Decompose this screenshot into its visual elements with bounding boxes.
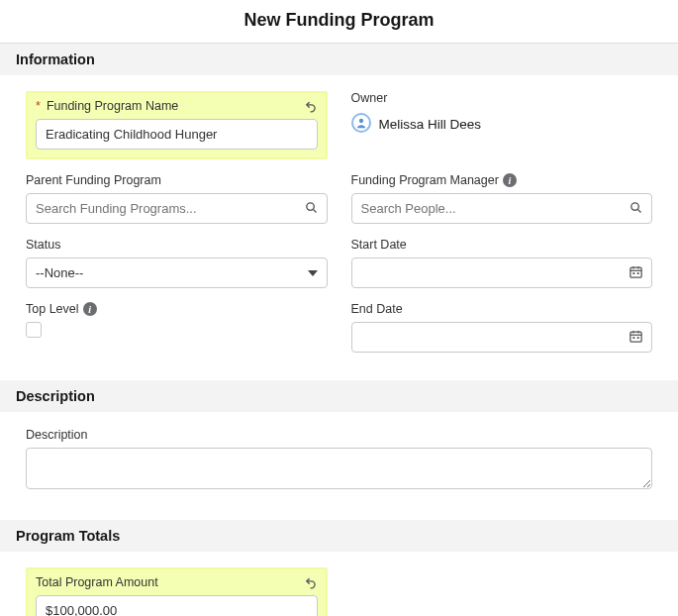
description-label: Description [26,428,652,442]
status-value: --None-- [36,265,83,280]
info-icon[interactable]: i [83,302,97,316]
owner-value: Melissa Hill Dees [379,115,482,132]
status-select[interactable]: --None-- [26,257,328,288]
funding-program-manager-input[interactable] [351,193,653,224]
svg-point-1 [358,119,362,123]
section-heading-information: Information [0,44,678,75]
total-program-amount-field-highlight: Total Program Amount [26,567,328,616]
info-icon[interactable]: i [503,173,517,187]
start-date-input[interactable] [351,257,653,288]
section-heading-description: Description [0,380,678,412]
parent-funding-program-input[interactable] [26,193,328,224]
section-heading-program-totals: Program Totals [0,520,678,552]
description-textarea[interactable] [26,448,652,489]
page-title: New Funding Program [0,0,678,43]
owner-label: Owner [351,91,653,105]
end-date-label: End Date [351,302,653,316]
owner-value-row: Melissa Hill Dees [351,111,653,133]
funding-program-manager-label: Funding Program Manager [351,173,499,187]
chevron-down-icon [308,270,318,276]
total-program-amount-label: Total Program Amount [36,575,318,589]
parent-funding-program-label: Parent Funding Program [26,173,328,187]
status-label: Status [26,238,328,252]
total-program-amount-input[interactable] [36,595,318,616]
top-level-label: Top Level [26,302,79,316]
avatar-icon [351,113,371,133]
funding-program-name-input[interactable] [36,119,318,150]
funding-program-name-label: Funding Program Name [47,99,178,113]
funding-program-name-field-highlight: *Funding Program Name [26,91,328,159]
start-date-label: Start Date [351,238,653,252]
undo-icon[interactable] [302,573,320,591]
top-level-checkbox[interactable] [26,322,42,338]
end-date-input[interactable] [351,322,653,353]
undo-icon[interactable] [302,97,320,115]
